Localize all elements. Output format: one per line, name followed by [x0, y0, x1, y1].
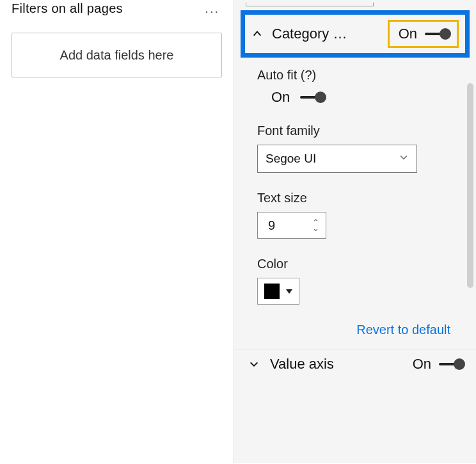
- chevron-down-icon[interactable]: [248, 358, 260, 370]
- text-size-input[interactable]: 9 ⌃ ⌄: [257, 212, 326, 239]
- value-axis-card[interactable]: Value axis On: [234, 349, 476, 372]
- revert-to-default-link[interactable]: Revert to default: [356, 323, 450, 337]
- color-label: Color: [257, 257, 453, 271]
- chevron-down-icon: [399, 152, 409, 166]
- scrollbar[interactable]: [467, 83, 473, 288]
- format-pane: Category … On Auto fit (?) On Font famil…: [234, 0, 476, 463]
- more-options-icon[interactable]: ...: [202, 1, 222, 16]
- autofit-label: Auto fit (?): [257, 68, 453, 83]
- color-swatch: [264, 284, 280, 299]
- category-axis-toggle-text: On: [399, 26, 417, 42]
- category-axis-card-highlight: Category … On: [241, 10, 470, 58]
- previous-field-bottom: [246, 3, 374, 6]
- font-family-value: Segoe UI: [266, 152, 316, 166]
- caret-down-icon: [286, 289, 292, 294]
- category-axis-toggle[interactable]: [425, 33, 449, 35]
- color-picker[interactable]: [257, 278, 299, 305]
- autofit-toggle[interactable]: [300, 96, 324, 99]
- filters-pane: Filters on all pages ... Add data fields…: [0, 0, 234, 463]
- chevron-up-icon[interactable]: [251, 28, 263, 40]
- text-size-value: 9: [268, 218, 275, 233]
- category-axis-label[interactable]: Category …: [272, 26, 347, 42]
- font-family-select[interactable]: Segoe UI: [257, 145, 417, 173]
- value-axis-toggle-text: On: [413, 356, 431, 372]
- text-size-label: Text size: [257, 191, 453, 205]
- category-axis-toggle-highlight: On: [388, 20, 459, 48]
- font-family-section: Font family Segoe UI: [234, 124, 476, 191]
- text-size-decrement-icon[interactable]: ⌄: [312, 225, 319, 231]
- font-family-label: Font family: [257, 124, 453, 138]
- dropzone-label: Add data fields here: [60, 48, 174, 63]
- value-axis-label: Value axis: [270, 356, 334, 372]
- autofit-toggle-text: On: [271, 89, 290, 106]
- value-axis-toggle[interactable]: [439, 363, 463, 365]
- autofit-section: Auto fit (?) On: [234, 68, 476, 124]
- add-data-fields-dropzone[interactable]: Add data fields here: [12, 33, 222, 77]
- filters-pane-header: Filters on all pages: [12, 1, 123, 16]
- text-size-section: Text size 9 ⌃ ⌄: [234, 191, 476, 257]
- color-section: Color: [234, 257, 476, 323]
